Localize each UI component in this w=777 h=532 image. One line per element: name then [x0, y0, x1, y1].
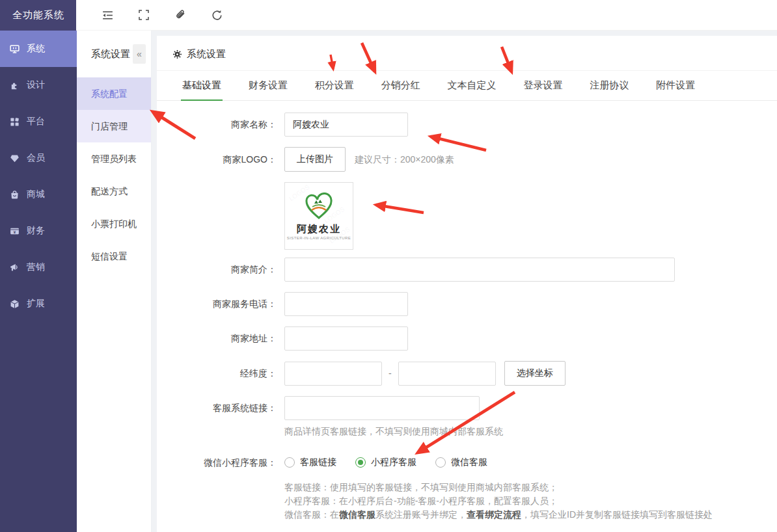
tab-points-settings[interactable]: 积分设置	[314, 71, 355, 101]
logo-preview-cn-text: 阿嫂农业	[297, 223, 341, 235]
service-phone-row: 商家服务电话：	[157, 292, 777, 316]
basic-settings-form: 商家名称： 商家LOGO： 上传图片 建议尺寸：200×200像素 LOGOS …	[157, 101, 777, 522]
settings-tabs: 基础设置 财务设置 积分设置 分销分红 文本自定义 登录设置 注册协议 附件设置	[157, 71, 777, 101]
tab-basic-settings[interactable]: 基础设置	[181, 71, 223, 101]
sidebar-item-system[interactable]: 系统	[0, 31, 77, 67]
upload-image-button[interactable]: 上传图片	[284, 147, 346, 172]
radio-option-miniprogram-service[interactable]: 小程序客服	[355, 457, 416, 468]
merchant-logo-label: 商家LOGO：	[157, 148, 284, 172]
submenu-item-store-management[interactable]: 门店管理	[77, 110, 151, 142]
service-link-row: 客服系统链接： 商品详情页客服链接，不填写则使用商城内部客服系统	[157, 396, 777, 438]
merchant-logo-preview[interactable]: LOGOS LOGOS LOGOS 阿嫂农业 SISTER-IN-LAW AGR…	[284, 182, 353, 250]
gear-icon	[172, 49, 182, 59]
submenu-item-sms-settings[interactable]: 短信设置	[77, 240, 151, 273]
puzzle-icon	[10, 81, 20, 90]
merchant-address-input[interactable]	[284, 326, 408, 351]
link-icon[interactable]	[162, 0, 198, 31]
content-region: 系统设置 基础设置 财务设置 积分设置 分销分红 文本自定义 登录设置 注册协议…	[152, 0, 777, 532]
note-line-2: 小程序客服：在小程序后台-功能-客服-小程序客服，配置客服人员；	[284, 494, 777, 508]
tab-attachment-settings[interactable]: 附件设置	[655, 71, 696, 101]
sidebar-item-label: 设计	[27, 79, 45, 91]
sidebar-item-label: 扩展	[27, 298, 45, 310]
collapse-menu-icon[interactable]	[89, 0, 126, 31]
grid-icon	[10, 117, 20, 127]
megaphone-icon	[10, 263, 20, 273]
page-title: 系统设置	[187, 48, 226, 60]
merchant-address-label: 商家地址：	[157, 326, 284, 351]
submenu-item-delivery-method[interactable]: 配送方式	[77, 175, 151, 207]
merchant-intro-row: 商家简介：	[157, 258, 777, 282]
tab-text-customization[interactable]: 文本自定义	[446, 71, 498, 101]
system-settings-panel: 系统设置 基础设置 财务设置 积分设置 分销分红 文本自定义 登录设置 注册协议…	[157, 36, 777, 532]
radio-circle-checked	[355, 457, 366, 468]
merchant-name-label: 商家名称：	[157, 113, 284, 137]
heart-farm-logo-icon	[304, 193, 334, 222]
submenu-header: 系统设置 «	[77, 31, 151, 77]
service-link-hint: 商品详情页客服链接，不填写则使用商城内部客服系统	[284, 426, 503, 438]
logo-preview-row: LOGOS LOGOS LOGOS 阿嫂农业 SISTER-IN-LAW AGR…	[157, 182, 777, 250]
service-phone-input[interactable]	[284, 292, 408, 316]
merchant-address-row: 商家地址：	[157, 326, 777, 351]
wechat-service-radio-group: 客服链接 小程序客服 微信客服	[284, 457, 506, 468]
choose-coordinates-button[interactable]: 选择坐标	[504, 361, 566, 386]
radio-circle	[435, 457, 446, 468]
refresh-icon[interactable]	[198, 0, 235, 31]
note-bold-wechat-service: 微信客服	[339, 509, 375, 520]
radio-option-service-link[interactable]: 客服链接	[284, 457, 336, 468]
sidebar-item-label: 平台	[27, 116, 45, 127]
workspace: 系统设置 基础设置 财务设置 积分设置 分销分红 文本自定义 登录设置 注册协议…	[152, 31, 777, 532]
sidebar-item-platform[interactable]: 平台	[0, 103, 77, 140]
sidebar-item-label: 会员	[27, 152, 45, 164]
tab-registration-agreement[interactable]: 注册协议	[588, 71, 630, 101]
admin-app: 全功能系统 系统 设计 平台 会员 商城 ¥ 财务 营销	[0, 0, 777, 532]
sidebar-item-label: 商城	[27, 189, 45, 200]
submenu-title: 系统设置	[91, 48, 130, 60]
monitor-icon	[10, 44, 20, 54]
money-icon: ¥	[10, 226, 20, 236]
sidebar-item-label: 系统	[27, 43, 45, 55]
gem-icon	[10, 153, 20, 163]
note-line-1: 客服链接：使用填写的客服链接，不填写则使用商城内部客服系统；	[284, 481, 777, 494]
shopping-bag-icon	[10, 190, 20, 200]
tab-finance-settings[interactable]: 财务设置	[247, 71, 289, 101]
submenu-item-receipt-printer[interactable]: 小票打印机	[77, 207, 151, 240]
merchant-logo-row: 商家LOGO： 上传图片 建议尺寸：200×200像素	[157, 147, 777, 172]
fullscreen-icon[interactable]	[126, 0, 162, 31]
logo-preview-en-text: SISTER-IN-LAW AGRICULTURE	[287, 236, 351, 240]
sidebar-item-extensions[interactable]: 扩展	[0, 286, 77, 322]
submenu-item-admin-list[interactable]: 管理员列表	[77, 142, 151, 175]
sidebar-item-marketing[interactable]: 营销	[0, 249, 77, 286]
lat-lng-label: 经纬度：	[157, 362, 284, 386]
note-bold-view-binding-flow[interactable]: 查看绑定流程	[467, 509, 521, 520]
wechat-service-notes: 客服链接：使用填写的客服链接，不填写则使用商城内部客服系统； 小程序客服：在小程…	[284, 481, 777, 522]
tab-distribution-dividend[interactable]: 分销分红	[380, 71, 422, 101]
page-header: 系统设置	[157, 36, 777, 71]
wechat-service-label: 微信小程序客服：	[157, 456, 284, 469]
service-link-label: 客服系统链接：	[157, 396, 284, 420]
logo-size-hint: 建议尺寸：200×200像素	[355, 147, 454, 172]
sidebar-item-label: 财务	[27, 225, 45, 237]
lat-lng-row: 经纬度： - 选择坐标	[157, 361, 777, 386]
primary-sidebar: 全功能系统 系统 设计 平台 会员 商城 ¥ 财务 营销	[0, 0, 77, 532]
merchant-name-row: 商家名称：	[157, 113, 777, 137]
secondary-sidebar: 系统设置 « 系统配置 门店管理 管理员列表 配送方式 小票打印机 短信设置	[77, 0, 152, 532]
service-phone-label: 商家服务电话：	[157, 292, 284, 316]
merchant-intro-label: 商家简介：	[157, 258, 284, 282]
longitude-input[interactable]	[284, 362, 382, 386]
merchant-name-input[interactable]	[284, 113, 408, 137]
app-logo: 全功能系统	[0, 0, 77, 31]
cube-icon	[10, 299, 20, 309]
service-link-input[interactable]	[284, 396, 480, 420]
collapse-sidebar-button[interactable]: «	[133, 44, 146, 64]
submenu-item-system-config[interactable]: 系统配置	[77, 77, 151, 110]
sidebar-item-design[interactable]: 设计	[0, 67, 77, 103]
merchant-intro-input[interactable]	[284, 258, 675, 282]
tab-login-settings[interactable]: 登录设置	[522, 71, 564, 101]
sidebar-item-label: 营销	[27, 261, 45, 273]
sidebar-item-finance[interactable]: ¥ 财务	[0, 213, 77, 249]
latitude-input[interactable]	[398, 362, 496, 386]
radio-option-wechat-service[interactable]: 微信客服	[435, 457, 487, 468]
note-line-3: 微信客服：在微信客服系统注册账号并绑定，查看绑定流程，填写企业ID并复制客服链接…	[284, 508, 777, 522]
sidebar-item-members[interactable]: 会员	[0, 140, 77, 176]
sidebar-item-mall[interactable]: 商城	[0, 176, 77, 213]
